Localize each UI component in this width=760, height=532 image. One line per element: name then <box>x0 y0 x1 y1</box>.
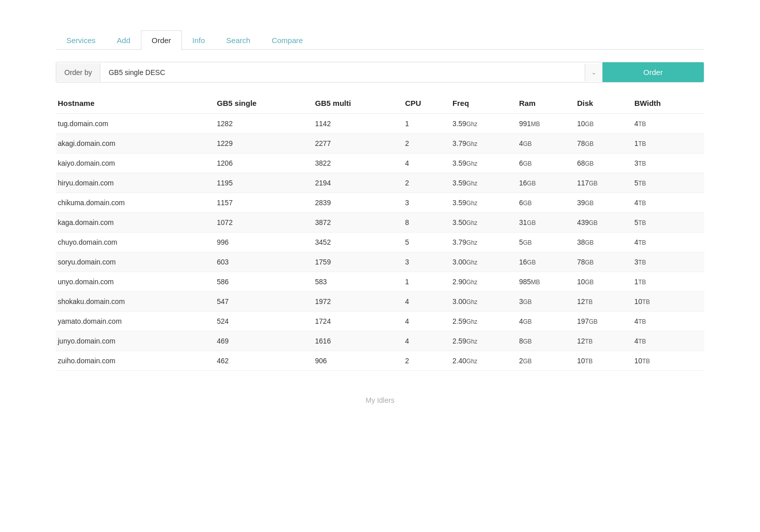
table-cell: 3.59Ghz <box>452 173 519 193</box>
table-cell: 197GB <box>577 312 634 331</box>
col-header-ram: Ram <box>519 93 577 114</box>
table-cell: 12TB <box>577 292 634 312</box>
table-cell: 10TB <box>634 351 704 371</box>
table-cell: 1072 <box>217 213 315 233</box>
table-header-row: HostnameGB5 singleGB5 multiCPUFreqRamDis… <box>56 93 704 114</box>
table-cell: 39GB <box>577 193 634 213</box>
table-row: yamato.domain.com524172442.59Ghz4GB197GB… <box>56 312 704 331</box>
tab-services[interactable]: Services <box>56 30 106 50</box>
table-cell: 12TB <box>577 331 634 351</box>
table-row: kaga.domain.com1072387283.50Ghz31GB439GB… <box>56 213 704 233</box>
table-row: kaiyo.domain.com1206382243.59Ghz6GB68GB3… <box>56 154 704 173</box>
tab-search[interactable]: Search <box>216 30 261 50</box>
table-row: chuyo.domain.com996345253.79Ghz5GB38GB4T… <box>56 233 704 252</box>
table-cell: 1142 <box>315 114 405 134</box>
table-cell: unyo.domain.com <box>56 272 217 292</box>
table-cell: hiryu.domain.com <box>56 173 217 193</box>
col-header-hostname: Hostname <box>56 93 217 114</box>
table-cell: chikuma.domain.com <box>56 193 217 213</box>
table-cell: 603 <box>217 252 315 272</box>
table-cell: 6GB <box>519 154 577 173</box>
table-cell: chuyo.domain.com <box>56 233 217 252</box>
table-cell: 4TB <box>634 114 704 134</box>
table-cell: 8 <box>405 213 452 233</box>
table-cell: 3TB <box>634 252 704 272</box>
table-cell: 2839 <box>315 193 405 213</box>
table-cell: 3.50Ghz <box>452 213 519 233</box>
table-row: hiryu.domain.com1195219423.59Ghz16GB117G… <box>56 173 704 193</box>
table-cell: 524 <box>217 312 315 331</box>
table-row: junyo.domain.com469161642.59Ghz8GB12TB4T… <box>56 331 704 351</box>
table-cell: 996 <box>217 233 315 252</box>
order-by-label: Order by <box>56 63 100 82</box>
table-row: soryu.domain.com603175933.00Ghz16GB78GB3… <box>56 252 704 272</box>
table-cell: 3.00Ghz <box>452 292 519 312</box>
table-cell: 985MB <box>519 272 577 292</box>
table-cell: 4TB <box>634 233 704 252</box>
table-cell: 2.59Ghz <box>452 312 519 331</box>
table-row: tug.domain.com1282114213.59Ghz991MB10GB4… <box>56 114 704 134</box>
table-cell: 4 <box>405 312 452 331</box>
table-body: tug.domain.com1282114213.59Ghz991MB10GB4… <box>56 114 704 371</box>
order-bar: Order by GB5 single DESC ⌄ Order <box>56 62 704 83</box>
table-cell: 3.59Ghz <box>452 193 519 213</box>
table-row: unyo.domain.com58658312.90Ghz985MB10GB1T… <box>56 272 704 292</box>
table-cell: 16GB <box>519 173 577 193</box>
table-cell: 4 <box>405 154 452 173</box>
col-header-freq: Freq <box>452 93 519 114</box>
table-cell: 1TB <box>634 134 704 154</box>
table-cell: 2GB <box>519 351 577 371</box>
table-cell: 1759 <box>315 252 405 272</box>
table-cell: 4GB <box>519 134 577 154</box>
table-cell: 1229 <box>217 134 315 154</box>
table-cell: 3872 <box>315 213 405 233</box>
table-cell: 1 <box>405 114 452 134</box>
table-cell: 3.79Ghz <box>452 134 519 154</box>
table-cell: zuiho.domain.com <box>56 351 217 371</box>
table-cell: 10TB <box>577 351 634 371</box>
data-table: HostnameGB5 singleGB5 multiCPUFreqRamDis… <box>56 93 704 371</box>
table-cell: 1157 <box>217 193 315 213</box>
col-header-gb5-multi: GB5 multi <box>315 93 405 114</box>
table-cell: 2 <box>405 134 452 154</box>
table-cell: 3 <box>405 252 452 272</box>
table-cell: 2277 <box>315 134 405 154</box>
table-cell: 1 <box>405 272 452 292</box>
table-cell: 4 <box>405 331 452 351</box>
order-chevron-icon[interactable]: ⌄ <box>585 64 602 81</box>
table-cell: kaga.domain.com <box>56 213 217 233</box>
tab-compare[interactable]: Compare <box>261 30 314 50</box>
table-cell: kaiyo.domain.com <box>56 154 217 173</box>
table-cell: 16GB <box>519 252 577 272</box>
table-cell: 78GB <box>577 252 634 272</box>
table-cell: 4GB <box>519 312 577 331</box>
order-button[interactable]: Order <box>602 62 704 82</box>
table-cell: 1616 <box>315 331 405 351</box>
table-cell: 1972 <box>315 292 405 312</box>
tab-order[interactable]: Order <box>141 30 181 50</box>
table-cell: 1TB <box>634 272 704 292</box>
table-cell: 1206 <box>217 154 315 173</box>
table-cell: 3.79Ghz <box>452 233 519 252</box>
table-cell: 3TB <box>634 154 704 173</box>
table-cell: akagi.domain.com <box>56 134 217 154</box>
tab-info[interactable]: Info <box>182 30 216 50</box>
table-cell: 78GB <box>577 134 634 154</box>
table-cell: 6GB <box>519 193 577 213</box>
table-cell: 991MB <box>519 114 577 134</box>
footer: My Idlers <box>56 396 704 404</box>
table-cell: 2 <box>405 173 452 193</box>
table-cell: 5GB <box>519 233 577 252</box>
table-row: chikuma.domain.com1157283933.59Ghz6GB39G… <box>56 193 704 213</box>
table-cell: 3452 <box>315 233 405 252</box>
table-cell: 469 <box>217 331 315 351</box>
table-cell: 2.59Ghz <box>452 331 519 351</box>
table-cell: 68GB <box>577 154 634 173</box>
table-cell: 586 <box>217 272 315 292</box>
table-cell: 38GB <box>577 233 634 252</box>
tab-add[interactable]: Add <box>106 30 141 50</box>
table-row: zuiho.domain.com46290622.40Ghz2GB10TB10T… <box>56 351 704 371</box>
table-cell: 583 <box>315 272 405 292</box>
table-cell: 8GB <box>519 331 577 351</box>
table-cell: 117GB <box>577 173 634 193</box>
